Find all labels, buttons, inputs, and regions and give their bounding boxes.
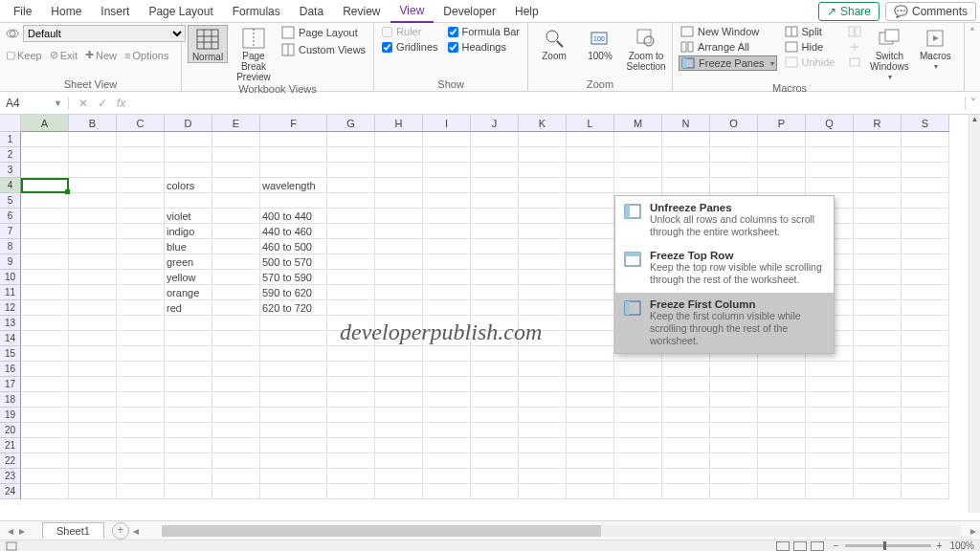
cell[interactable] — [375, 239, 423, 254]
cell[interactable] — [902, 469, 949, 484]
cell[interactable] — [854, 346, 902, 362]
cell[interactable] — [69, 285, 117, 300]
cell[interactable] — [423, 209, 471, 224]
cell[interactable] — [854, 300, 902, 316]
cell[interactable] — [260, 346, 327, 362]
cell[interactable] — [854, 147, 902, 163]
row-header[interactable]: 20 — [0, 423, 21, 438]
hscroll-left[interactable]: ◂ — [129, 524, 143, 538]
cell[interactable] — [212, 193, 260, 209]
cell[interactable] — [327, 392, 375, 408]
select-all-corner[interactable] — [0, 115, 21, 132]
cell[interactable] — [854, 178, 902, 193]
vertical-scrollbar[interactable]: ▲ — [969, 115, 980, 513]
cell[interactable] — [854, 316, 902, 331]
normal-view-icon[interactable] — [776, 541, 790, 551]
cell[interactable] — [260, 453, 327, 469]
cell[interactable] — [260, 392, 327, 408]
cell[interactable] — [519, 377, 567, 392]
cell[interactable] — [854, 484, 902, 499]
cell[interactable] — [902, 438, 949, 453]
new-window-button[interactable]: New Window — [679, 25, 776, 38]
cell[interactable] — [519, 239, 567, 254]
cell[interactable] — [327, 209, 375, 224]
cell[interactable] — [519, 209, 567, 224]
cell[interactable] — [212, 423, 260, 438]
col-header[interactable]: A — [21, 115, 69, 132]
cell[interactable] — [327, 438, 375, 453]
cell[interactable] — [423, 163, 471, 178]
cell[interactable] — [375, 209, 423, 224]
zoom-button[interactable]: Zoom — [534, 25, 574, 61]
row-header[interactable]: 18 — [0, 392, 21, 408]
cell[interactable] — [662, 392, 710, 408]
cell[interactable] — [902, 423, 949, 438]
cell[interactable] — [212, 316, 260, 331]
cell[interactable] — [519, 423, 567, 438]
cell[interactable] — [806, 362, 854, 377]
cell[interactable] — [567, 193, 614, 209]
cell[interactable] — [662, 438, 710, 453]
cell[interactable] — [471, 438, 519, 453]
cell[interactable] — [69, 300, 117, 316]
cell[interactable]: 590 to 620 — [260, 285, 327, 300]
cell[interactable] — [423, 132, 471, 147]
spreadsheet-grid[interactable]: ABCDEFGHIJKLMNOPQRS 12345678910111213141… — [0, 115, 980, 513]
cell[interactable] — [327, 163, 375, 178]
cell[interactable] — [567, 147, 614, 163]
cell[interactable]: 500 to 570 — [260, 254, 327, 270]
add-sheet-button[interactable]: + — [112, 522, 129, 540]
cell[interactable] — [117, 362, 165, 377]
cell[interactable] — [854, 453, 902, 469]
row-header[interactable]: 21 — [0, 438, 21, 453]
cell[interactable] — [758, 484, 806, 499]
sync-scroll-button[interactable] — [846, 40, 863, 54]
cell[interactable] — [375, 469, 423, 484]
cell[interactable] — [471, 147, 519, 163]
cell[interactable] — [69, 178, 117, 193]
cell[interactable] — [854, 132, 902, 147]
cell[interactable] — [69, 239, 117, 254]
col-header[interactable]: S — [902, 115, 949, 132]
cell[interactable] — [212, 392, 260, 408]
col-header[interactable]: N — [662, 115, 710, 132]
cell[interactable] — [260, 132, 327, 147]
cell[interactable] — [327, 178, 375, 193]
cell[interactable] — [614, 469, 662, 484]
zoom-slider[interactable] — [845, 544, 931, 547]
cell[interactable] — [21, 239, 69, 254]
tab-developer[interactable]: Developer — [434, 1, 505, 22]
cell[interactable] — [375, 408, 423, 423]
cell[interactable] — [902, 285, 949, 300]
tab-help[interactable]: Help — [505, 1, 548, 22]
cell[interactable] — [471, 285, 519, 300]
cell[interactable] — [212, 408, 260, 423]
cell[interactable] — [117, 224, 165, 239]
hscroll-right[interactable]: ▸ — [967, 524, 980, 538]
cell[interactable] — [69, 254, 117, 270]
cell[interactable] — [567, 469, 614, 484]
cell[interactable] — [758, 377, 806, 392]
macros-button[interactable]: Macros — [915, 25, 955, 71]
share-button[interactable]: ↗ Share — [818, 2, 880, 21]
tab-data[interactable]: Data — [290, 1, 333, 22]
col-header[interactable]: J — [471, 115, 519, 132]
cell[interactable] — [423, 254, 471, 270]
cell[interactable] — [614, 132, 662, 147]
headings-check[interactable]: Headings — [446, 40, 523, 54]
cell[interactable] — [21, 285, 69, 300]
col-header[interactable]: I — [423, 115, 471, 132]
cell[interactable] — [854, 392, 902, 408]
cell[interactable] — [710, 453, 758, 469]
cell[interactable] — [327, 469, 375, 484]
row-header[interactable]: 19 — [0, 408, 21, 423]
cell[interactable] — [902, 193, 949, 209]
zoom-out[interactable]: − — [834, 540, 839, 551]
freeze-menu-item[interactable]: Unfreeze PanesUnlock all rows and column… — [615, 196, 834, 244]
cell[interactable] — [902, 254, 949, 270]
cell[interactable] — [854, 408, 902, 423]
cell[interactable] — [758, 469, 806, 484]
cell[interactable] — [375, 285, 423, 300]
cell[interactable] — [902, 147, 949, 163]
cell[interactable] — [117, 316, 165, 331]
